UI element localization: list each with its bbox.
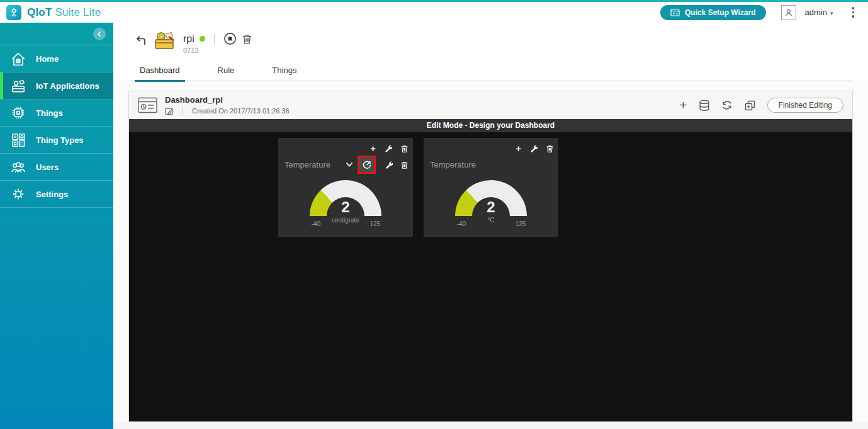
temperature-gauge: 2 centigrate -40 125 (302, 180, 390, 231)
trash-icon (242, 33, 252, 45)
chevron-down-icon[interactable] (346, 162, 353, 168)
duplicate-dashboard-button[interactable] (744, 100, 756, 112)
sidebar-item-label: Thing Types (36, 135, 84, 145)
main-content: rpi 0713 (113, 23, 868, 429)
rename-dashboard-button[interactable] (165, 106, 174, 115)
status-online-dot (200, 36, 205, 42)
sidebar-item-label: Home (36, 54, 59, 64)
widget-add-button[interactable]: + (516, 144, 521, 152)
page-bottom-area (113, 422, 868, 429)
widget-configure-button[interactable] (384, 144, 392, 152)
temperature-gauge: 2 °C -40 125 (447, 180, 535, 231)
dashboard-title: Dashboard_rpi (165, 95, 290, 105)
dashboard-canvas[interactable]: + Temperature (129, 132, 852, 421)
stop-icon (223, 32, 237, 45)
tab-bar: Dashboard Rule Things (128, 60, 853, 81)
quick-setup-wizard-button[interactable]: Quick Setup Wizard (660, 5, 766, 20)
sidebar: Home IoT Applications Things Thing Types (0, 23, 113, 429)
widget-actions-row: + (424, 138, 558, 155)
widget-configure-button[interactable] (529, 144, 538, 152)
back-arrow-icon (134, 35, 147, 47)
edit-pencil-icon (165, 106, 174, 115)
app-name-block: rpi 0713 (183, 32, 252, 54)
widget-temperature-1[interactable]: + Temperature (278, 138, 413, 237)
dashboard-panel: Dashboard_rpi Created On 2017/7/13 01:26… (128, 91, 853, 422)
tab-dashboard[interactable]: Dashboard (135, 60, 185, 82)
divider (183, 106, 183, 116)
widget-temperature-2[interactable]: + Temperature (424, 138, 558, 237)
chip-icon (10, 105, 26, 121)
topbar: QIoT Suite Lite Quick Setup Wizard admin… (0, 2, 868, 23)
divider (214, 34, 215, 44)
users-icon (10, 159, 26, 175)
widget-remove-button[interactable] (400, 161, 409, 169)
tab-rule[interactable]: Rule (213, 60, 240, 81)
app-id: 0713 (183, 47, 252, 54)
sidebar-item-iot-applications[interactable]: IoT Applications (0, 72, 113, 100)
export-chart-icon (363, 161, 371, 169)
user-icon (784, 8, 793, 17)
widget-settings-button[interactable] (385, 161, 393, 169)
app-header: rpi 0713 (113, 23, 868, 59)
trash-icon (546, 144, 554, 153)
sidebar-item-label: Users (36, 163, 59, 172)
database-icon (699, 100, 710, 112)
gear-icon (10, 186, 26, 202)
panel-title-block: Dashboard_rpi Created On 2017/7/13 01:26… (165, 95, 290, 116)
sidebar-item-label: IoT Applications (36, 81, 99, 91)
refresh-button[interactable] (721, 100, 733, 111)
widget-add-button[interactable]: + (370, 144, 376, 152)
sidebar-collapse-row (0, 23, 113, 45)
tab-things[interactable]: Things (267, 60, 302, 81)
qiot-logo-icon (6, 5, 21, 20)
gauge-max-label: 125 (511, 220, 530, 227)
username-label[interactable]: admin (805, 8, 827, 17)
app-name: rpi (183, 33, 194, 45)
widget-title-row: Temperature (278, 155, 413, 174)
back-button[interactable] (134, 35, 147, 47)
gauge-min-label: -40 (452, 220, 471, 227)
more-options-menu[interactable] (852, 7, 855, 18)
chevron-down-icon[interactable]: ▾ (830, 10, 833, 16)
wrench-icon (385, 161, 393, 169)
trash-icon (400, 144, 409, 153)
widget-actions-row: + (278, 138, 413, 155)
widget-title: Temperature (430, 160, 554, 169)
gauge-value: 2 (302, 200, 390, 215)
stop-app-button[interactable] (223, 32, 237, 45)
delete-app-button[interactable] (242, 33, 252, 45)
widget-delete-button[interactable] (400, 144, 409, 153)
wrench-icon (529, 144, 538, 152)
gauge-max-label: 125 (366, 220, 385, 227)
duplicate-icon (744, 100, 756, 112)
sidebar-item-label: Settings (36, 190, 68, 199)
product-title: QIoT Suite Lite (27, 6, 101, 19)
finished-editing-button[interactable]: Finished Editing (767, 98, 843, 113)
widget-title: Temperature (285, 160, 346, 169)
panel-toolbar: + (679, 98, 843, 113)
sidebar-item-settings[interactable]: Settings (0, 181, 113, 208)
widget-delete-button[interactable] (546, 144, 554, 153)
sidebar-item-things[interactable]: Things (0, 100, 113, 127)
sidebar-item-users[interactable]: Users (0, 154, 113, 181)
sidebar-item-label: Things (36, 108, 63, 118)
add-widget-button[interactable]: + (679, 100, 687, 111)
home-icon (10, 50, 26, 67)
refresh-icon (721, 100, 733, 111)
grid-icon (10, 132, 26, 148)
gauge-value: 2 (447, 200, 535, 215)
sidebar-item-thing-types[interactable]: Thing Types (0, 127, 113, 154)
sidebar-item-home[interactable]: Home (0, 45, 113, 72)
widget-title-row: Temperature (424, 155, 558, 174)
user-profile-button[interactable] (781, 5, 796, 20)
edit-mode-banner: Edit Mode - Design your Dashboard (129, 119, 852, 132)
wrench-icon (384, 144, 392, 152)
application-icon (153, 30, 176, 51)
data-source-button[interactable] (699, 100, 710, 112)
toolbox-icon (10, 77, 26, 94)
sidebar-collapse-button[interactable] (93, 28, 106, 40)
dashboard-window-icon (138, 97, 157, 114)
gauge-min-label: -40 (307, 220, 325, 227)
dashboard-panel-header: Dashboard_rpi Created On 2017/7/13 01:26… (129, 91, 852, 119)
change-widget-type-button-highlighted[interactable] (358, 156, 376, 174)
